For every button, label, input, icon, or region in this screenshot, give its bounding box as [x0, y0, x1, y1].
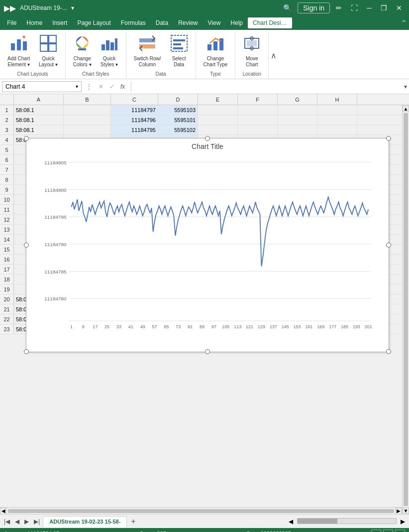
- menu-formulas[interactable]: Formulas: [116, 17, 151, 28]
- minimize-button[interactable]: ─: [364, 3, 375, 13]
- chart-handle-ml[interactable]: [24, 243, 29, 248]
- scroll-left-btn[interactable]: ◀: [0, 508, 7, 515]
- tab-first-btn[interactable]: |◀: [2, 517, 12, 526]
- cell-f-1[interactable]: [238, 105, 278, 115]
- chart-handle-tm[interactable]: [205, 136, 210, 141]
- col-header-c[interactable]: C: [111, 94, 158, 105]
- status-normal-view[interactable]: ▦: [371, 530, 381, 532]
- cell-g-1[interactable]: [278, 105, 317, 115]
- chart-handle-bm[interactable]: [205, 349, 210, 354]
- formula-options-btn[interactable]: ⋮: [84, 83, 95, 91]
- table-row: 2 58:08.1 11184796 5595101: [0, 115, 402, 125]
- scroll-right-btn[interactable]: ▶: [395, 508, 402, 515]
- title-dropdown-icon[interactable]: ▾: [71, 4, 74, 11]
- cell-a-2[interactable]: 58:08.1: [14, 115, 64, 125]
- tab-scroll-left[interactable]: ◀: [287, 518, 295, 525]
- tab-prev-btn[interactable]: ◀: [13, 517, 21, 526]
- scroll-thumb[interactable]: [404, 113, 408, 506]
- name-box-dropdown[interactable]: ▾: [76, 84, 78, 89]
- name-box[interactable]: Chart 4 ▾: [2, 81, 82, 92]
- col-header-g[interactable]: G: [278, 94, 317, 105]
- cell-h-3[interactable]: [317, 125, 357, 134]
- tab-scrollbar-track[interactable]: [297, 518, 397, 524]
- col-header-h[interactable]: H: [317, 94, 357, 105]
- formula-input[interactable]: [135, 81, 402, 92]
- h-scroll-thumb[interactable]: [8, 509, 394, 513]
- cell-d-2[interactable]: 5595101: [158, 115, 198, 125]
- tab-scrollbar-thumb[interactable]: [298, 519, 337, 524]
- cell-b-3[interactable]: [64, 125, 111, 134]
- cell-e-3[interactable]: [198, 125, 238, 134]
- menu-home[interactable]: Home: [21, 17, 47, 28]
- cell-b-1[interactable]: [64, 105, 111, 115]
- formula-function-btn[interactable]: fx: [118, 83, 127, 90]
- search-button[interactable]: 🔍: [280, 3, 295, 13]
- chart-handle-br[interactable]: [386, 349, 391, 354]
- col-header-f[interactable]: F: [238, 94, 278, 105]
- quick-layout-button[interactable]: QuickLayout ▾: [35, 32, 61, 70]
- col-header-e[interactable]: E: [198, 94, 238, 105]
- cell-g-2[interactable]: [278, 115, 317, 125]
- signin-button[interactable]: Sign in: [298, 2, 330, 13]
- ribbon-expand-btn[interactable]: ⌃: [401, 18, 407, 28]
- chart-handle-mr[interactable]: [386, 243, 391, 248]
- cell-e-1[interactable]: [198, 105, 238, 115]
- tab-last-btn[interactable]: ▶|: [32, 517, 42, 526]
- collapse-icon[interactable]: ▶▶: [4, 3, 16, 13]
- select-data-button[interactable]: SelectData: [167, 32, 192, 70]
- tab-scroll-right[interactable]: ▶: [399, 518, 407, 525]
- formula-dropdown-btn[interactable]: ▾: [404, 83, 407, 90]
- menu-view[interactable]: View: [203, 17, 226, 28]
- switch-row-column-button[interactable]: Switch Row/Column: [130, 32, 165, 70]
- cell-c-2[interactable]: 11184796: [111, 115, 158, 125]
- tab-next-btn[interactable]: ▶: [22, 517, 31, 526]
- cell-h-2[interactable]: [317, 115, 357, 125]
- formula-confirm-btn[interactable]: ✓: [107, 83, 116, 90]
- scroll-up-btn[interactable]: ▲: [403, 105, 409, 112]
- chart-handle-tr[interactable]: [386, 136, 391, 141]
- menu-review[interactable]: Review: [173, 17, 203, 28]
- menu-page-layout[interactable]: Page Layout: [72, 17, 115, 28]
- sheet-tab-main[interactable]: ADUStream 19-02-23 15-58-: [43, 516, 127, 527]
- add-chart-element-button[interactable]: Add ChartElement ▾: [4, 32, 33, 70]
- cell-f-3[interactable]: [238, 125, 278, 134]
- cell-c-3[interactable]: 11184795: [111, 125, 158, 134]
- chart-handle-bl[interactable]: [24, 349, 29, 354]
- col-header-a[interactable]: A: [14, 94, 64, 105]
- move-chart-icon: [243, 34, 261, 55]
- close-button[interactable]: ✕: [393, 3, 405, 13]
- cell-g-3[interactable]: [278, 125, 317, 134]
- status-page-break[interactable]: ⊞: [395, 530, 405, 532]
- vertical-scrollbar[interactable]: ▲ ▼: [402, 105, 409, 514]
- cell-f-2[interactable]: [238, 115, 278, 125]
- chart-handle-tl[interactable]: [24, 136, 29, 141]
- cell-d-1[interactable]: 5595103: [158, 105, 198, 115]
- cell-a-3[interactable]: 58:08.1: [14, 125, 64, 134]
- menu-data[interactable]: Data: [151, 17, 173, 28]
- col-header-b[interactable]: B: [64, 94, 111, 105]
- formula-cancel-btn[interactable]: ✕: [97, 83, 105, 90]
- chart-overlay[interactable]: Chart Title 11184805 11184800 11184795 1…: [26, 138, 389, 352]
- cell-b-2[interactable]: [64, 115, 111, 125]
- col-header-d[interactable]: D: [158, 94, 198, 105]
- change-chart-type-button[interactable]: ChangeChart Type: [200, 32, 231, 70]
- menu-chart-design[interactable]: Chart Desi…: [248, 17, 292, 28]
- quick-styles-button[interactable]: QuickStyles ▾: [97, 32, 122, 70]
- menu-help[interactable]: Help: [225, 17, 248, 28]
- fullscreen-button[interactable]: ⛶: [348, 3, 361, 13]
- add-sheet-btn[interactable]: +: [128, 517, 138, 526]
- menu-file[interactable]: File: [2, 17, 21, 28]
- ribbon-collapse-btn[interactable]: ∧: [269, 32, 279, 79]
- pen-button[interactable]: ✏: [333, 3, 345, 13]
- cell-d-3[interactable]: 5595102: [158, 125, 198, 134]
- move-chart-button[interactable]: MoveChart: [239, 32, 264, 70]
- restore-button[interactable]: ❐: [378, 3, 390, 13]
- menu-insert[interactable]: Insert: [47, 17, 72, 28]
- cell-c-1[interactable]: 11184797: [111, 105, 158, 115]
- status-page-layout[interactable]: ⊡: [383, 530, 393, 532]
- cell-h-1[interactable]: [317, 105, 357, 115]
- change-colors-button[interactable]: ChangeColors ▾: [70, 32, 95, 70]
- cell-e-2[interactable]: [198, 115, 238, 125]
- scroll-down-btn[interactable]: ▼: [403, 507, 409, 514]
- cell-a-1[interactable]: 58:08.1: [14, 105, 64, 115]
